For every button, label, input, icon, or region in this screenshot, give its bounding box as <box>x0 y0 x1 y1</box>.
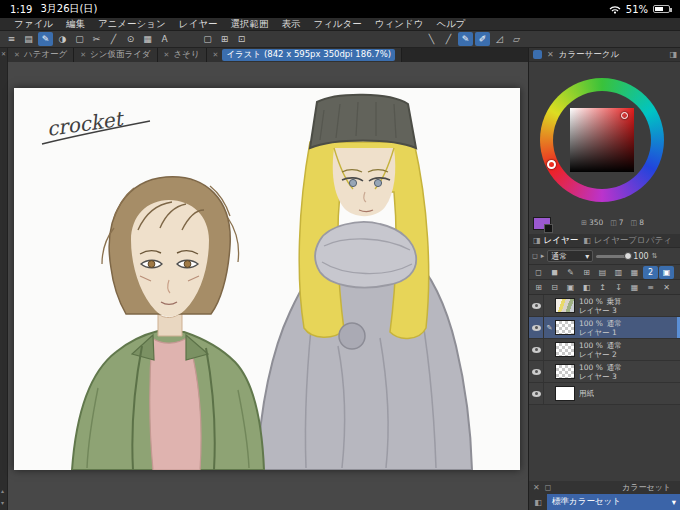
square-icon: ⊞ <box>581 219 587 227</box>
layer-thumbnail[interactable] <box>555 320 575 335</box>
color-value-3[interactable]: ◫ 8 <box>631 218 644 227</box>
hue-indicator[interactable] <box>547 160 556 169</box>
box-icon[interactable]: ◻ <box>545 483 552 492</box>
menu-animation[interactable]: アニメーション <box>98 18 166 31</box>
menu-file[interactable]: ファイル <box>14 18 53 31</box>
color-value-1[interactable]: ⊞ 350 <box>581 218 603 227</box>
tab-layer-property[interactable]: ◧ レイヤープロパティ <box>583 235 672 247</box>
layer-thumbnail[interactable] <box>555 342 575 357</box>
expand-icon[interactable]: ▸ <box>541 252 545 260</box>
canvas-drawing[interactable]: crocket <box>14 88 520 470</box>
new-layer-icon[interactable]: ⊞ <box>531 281 546 294</box>
visibility-eye-icon[interactable] <box>532 391 541 397</box>
main-menu-icon[interactable]: ≡ <box>4 32 19 46</box>
move-up-icon[interactable]: ↥ <box>595 281 610 294</box>
eyedropper-tool-icon[interactable]: ⊙ <box>123 32 138 46</box>
new-folder-icon[interactable]: ⊟ <box>547 281 562 294</box>
opacity-slider[interactable] <box>596 255 630 258</box>
menu-view[interactable]: 表示 <box>281 18 300 31</box>
palette-icon[interactable]: ▤ <box>21 32 36 46</box>
stepper-icon[interactable]: ⇅ <box>652 252 658 260</box>
close-icon[interactable]: ✕ <box>213 51 219 59</box>
close-icon[interactable]: ✕ <box>533 483 540 492</box>
layer-row[interactable]: 100 % 通常 レイヤー 3 <box>529 361 680 383</box>
visibility-eye-icon[interactable] <box>532 303 541 309</box>
cell-icon[interactable]: ◧ <box>529 494 547 510</box>
menu-window[interactable]: ウィンドウ <box>375 18 424 31</box>
grid-icon[interactable]: ▦ <box>627 266 642 279</box>
tab-hateogu[interactable]: ✕ ハテオーグ <box>8 48 74 62</box>
line-tool-icon[interactable]: ╱ <box>106 32 121 46</box>
collapsed-tool-strip[interactable]: ✕ ▴ ▾ <box>0 48 8 510</box>
menu-edit[interactable]: 編集 <box>66 18 85 31</box>
drawing-canvas[interactable]: crocket <box>14 88 520 470</box>
chevron-up-icon[interactable]: ▴ <box>1 487 4 494</box>
palette-icon[interactable]: ▣ <box>659 266 674 279</box>
layer-row-paper[interactable]: 用紙 <box>529 383 680 405</box>
tab-illustration-active[interactable]: ✕ イラスト (842 x 595px 350dpi 186.7%) <box>207 48 403 62</box>
menu-filter[interactable]: フィルター <box>313 18 361 31</box>
close-icon[interactable]: ✕ <box>80 51 86 59</box>
tab-sasori[interactable]: ✕ さそり <box>158 48 207 62</box>
straight-line-icon[interactable]: ╲ <box>424 32 439 46</box>
visibility-eye-icon[interactable] <box>532 325 541 331</box>
color-set-select[interactable]: 標準カラーセット ▾ <box>547 494 680 510</box>
scissors-tool-icon[interactable]: ✂ <box>89 32 104 46</box>
tab-shin-kamen-rider[interactable]: ✕ シン仮面ライダ <box>74 48 157 62</box>
layer-count-badge[interactable]: 2 <box>643 266 658 279</box>
edit-icon[interactable]: ✎ <box>563 266 578 279</box>
layer-row[interactable]: 100 % 乗算 レイヤー 3 <box>529 295 680 317</box>
layer-thumbnail[interactable] <box>555 364 575 379</box>
brush-stroke-icon[interactable]: ✐ <box>475 32 490 46</box>
close-icon[interactable]: ✕ <box>14 51 20 59</box>
merge-icon[interactable]: ◧ <box>579 281 594 294</box>
mask-icon[interactable]: ▦ <box>627 281 642 294</box>
close-icon[interactable]: ✕ <box>1 50 6 57</box>
add-icon[interactable]: ⊞ <box>579 266 594 279</box>
close-icon[interactable]: ✕ <box>164 51 170 59</box>
shape-icon[interactable]: ▱ <box>509 32 524 46</box>
menu-icon[interactable]: ≡ <box>643 281 658 294</box>
move-down-icon[interactable]: ↧ <box>611 281 626 294</box>
paper-thumbnail[interactable] <box>555 386 575 401</box>
lock-icon[interactable]: ◼ <box>547 266 562 279</box>
layer-row[interactable]: 100 % 通常 レイヤー 2 <box>529 339 680 361</box>
ruler-icon[interactable]: ▥ <box>611 266 626 279</box>
clip-icon[interactable]: ◻ <box>531 266 546 279</box>
frame-icon[interactable]: ▢ <box>200 32 215 46</box>
selection-tool-icon[interactable]: ▢ <box>72 32 87 46</box>
pen-tool-icon[interactable]: ✎ <box>38 32 53 46</box>
visibility-eye-icon[interactable] <box>532 369 541 375</box>
blend-tool-icon[interactable]: ◑ <box>55 32 70 46</box>
menu-selection[interactable]: 選択範囲 <box>230 18 268 31</box>
close-icon[interactable]: ✕ <box>547 50 554 59</box>
visibility-eye-icon[interactable] <box>532 347 541 353</box>
grid-tool-icon[interactable]: ▦ <box>140 32 155 46</box>
tab-layers[interactable]: ◨ レイヤー <box>533 235 578 247</box>
add-frame-icon[interactable]: ⊞ <box>217 32 232 46</box>
chevron-down-icon[interactable]: ▾ <box>1 499 4 506</box>
layer-thumbnail[interactable] <box>555 298 575 313</box>
pen-pressure-icon[interactable]: ✎ <box>458 32 473 46</box>
layer-row-selected[interactable]: ✎ 100 % 通常 レイヤー 1 <box>529 317 680 339</box>
color-value-2[interactable]: ◫ 7 <box>610 218 623 227</box>
panel-icon[interactable] <box>533 50 542 59</box>
color-set-title: カラーセット <box>622 482 677 493</box>
text-tool-icon[interactable]: A <box>157 32 172 46</box>
menu-layer[interactable]: レイヤー <box>179 18 218 31</box>
sub-color-swatch[interactable] <box>544 224 553 233</box>
status-bar: 1:19 3月26日(日) 51% <box>0 0 680 18</box>
sv-indicator[interactable] <box>621 112 628 119</box>
menu-help[interactable]: ヘルプ <box>436 18 465 31</box>
curve-line-icon[interactable]: ╱ <box>441 32 456 46</box>
layer-name: レイヤー 3 <box>579 306 622 315</box>
opacity-slider-thumb[interactable] <box>624 252 632 260</box>
window-icon[interactable]: ◨ <box>669 50 677 59</box>
blend-mode-select[interactable]: 通常 ▾ <box>547 250 593 262</box>
mask-icon[interactable]: ▤ <box>595 266 610 279</box>
delete-layer-icon[interactable]: ✕ <box>659 281 674 294</box>
transfer-icon[interactable]: ▣ <box>563 281 578 294</box>
blend-icon[interactable]: ◻ <box>532 252 538 260</box>
zoom-icon[interactable]: ⊡ <box>234 32 249 46</box>
triangle-shape-icon[interactable]: ◿ <box>492 32 507 46</box>
